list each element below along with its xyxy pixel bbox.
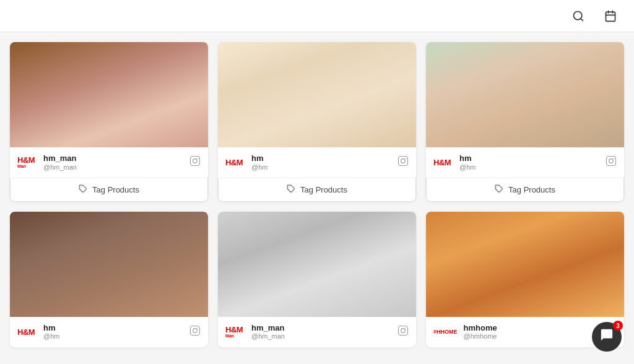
tag-icon bbox=[79, 184, 87, 195]
tag-products-label: Tag Products bbox=[92, 185, 139, 194]
tag-products-button[interactable]: Tag Products bbox=[218, 178, 416, 202]
svg-point-12 bbox=[405, 158, 406, 159]
svg-point-22 bbox=[401, 328, 406, 332]
calendar-button[interactable] bbox=[599, 5, 622, 27]
search-button[interactable] bbox=[567, 5, 589, 27]
hm-logo: H&M bbox=[17, 328, 37, 336]
hm-logo: #HHOME bbox=[433, 329, 458, 335]
instagram-icon bbox=[397, 155, 409, 170]
hm-logo: H&M Man bbox=[17, 156, 37, 168]
account-details: hm_man @hm_man bbox=[251, 323, 391, 341]
svg-rect-21 bbox=[399, 326, 408, 335]
post-card: H&M Man hm_man @hm_man bbox=[10, 42, 208, 202]
post-image bbox=[10, 42, 208, 147]
hm-logo: H&M Man bbox=[225, 326, 245, 338]
svg-point-11 bbox=[401, 159, 406, 163]
svg-point-7 bbox=[193, 159, 198, 163]
svg-point-15 bbox=[609, 159, 614, 163]
card-account-info: H&M hm @hm bbox=[426, 147, 624, 178]
instagram-icon bbox=[397, 325, 409, 339]
post-image bbox=[218, 212, 416, 317]
svg-rect-10 bbox=[399, 156, 408, 165]
hm-logo: H&M bbox=[225, 158, 245, 167]
tag-products-label: Tag Products bbox=[300, 185, 347, 194]
account-handle: @hm bbox=[251, 163, 391, 171]
instagram-icon bbox=[189, 325, 201, 339]
logo-sub: Man bbox=[225, 334, 245, 338]
tag-products-button[interactable]: Tag Products bbox=[426, 178, 624, 202]
instagram-icon bbox=[189, 155, 201, 170]
svg-rect-18 bbox=[191, 326, 200, 335]
account-handle: @hmhome bbox=[464, 332, 599, 340]
account-name: hm_man bbox=[251, 323, 391, 333]
account-name: hm bbox=[43, 323, 183, 333]
svg-point-20 bbox=[197, 327, 198, 329]
account-handle: @hm bbox=[459, 163, 599, 171]
account-handle: @hm_man bbox=[43, 163, 183, 171]
svg-point-16 bbox=[613, 158, 614, 159]
account-name: hmhome bbox=[464, 323, 599, 333]
app-header bbox=[0, 0, 634, 32]
svg-rect-14 bbox=[607, 156, 616, 165]
tag-icon bbox=[495, 184, 503, 195]
logo-sub: Man bbox=[17, 164, 37, 168]
svg-point-23 bbox=[405, 327, 406, 329]
chat-icon bbox=[600, 328, 614, 345]
card-account-info: H&M Man hm_man @hm_man bbox=[218, 317, 416, 347]
account-details: hm @hm bbox=[43, 323, 183, 341]
account-details: hm @hm bbox=[459, 154, 599, 171]
account-name: hm bbox=[459, 154, 599, 163]
post-card: #HHOME hmhome @hmhome bbox=[426, 212, 624, 347]
account-details: hm @hm bbox=[251, 154, 391, 171]
post-image bbox=[426, 42, 624, 147]
card-account-info: H&M hm @hm bbox=[218, 147, 416, 178]
tag-products-button[interactable]: Tag Products bbox=[10, 178, 208, 202]
account-name: hm_man bbox=[43, 154, 183, 163]
account-details: hmhome @hmhome bbox=[464, 323, 599, 341]
svg-point-19 bbox=[193, 328, 198, 332]
post-image bbox=[426, 212, 624, 317]
card-account-info: H&M Man hm_man @hm_man bbox=[10, 147, 208, 178]
post-card: H&M hm @hm Tag Products bbox=[218, 42, 416, 202]
chat-button[interactable]: 3 bbox=[592, 322, 622, 352]
account-details: hm_man @hm_man bbox=[43, 154, 183, 171]
photo-grid: H&M Man hm_man @hm_man bbox=[0, 32, 634, 357]
svg-line-1 bbox=[581, 18, 583, 20]
chat-badge: 3 bbox=[613, 321, 623, 331]
account-name: hm bbox=[251, 154, 391, 163]
post-card: H&M Man hm_man @hm_man bbox=[218, 212, 416, 347]
post-card: H&M hm @hm Tag Products bbox=[426, 42, 624, 202]
tag-icon bbox=[287, 184, 295, 195]
post-image bbox=[218, 42, 416, 147]
post-card: H&M hm @hm bbox=[10, 212, 208, 347]
svg-rect-2 bbox=[606, 12, 615, 21]
account-handle: @hm bbox=[43, 332, 183, 340]
hm-logo: H&M bbox=[433, 158, 453, 167]
instagram-icon bbox=[606, 155, 617, 170]
svg-rect-6 bbox=[191, 156, 200, 165]
post-image bbox=[10, 212, 208, 317]
tag-products-label: Tag Products bbox=[508, 185, 555, 194]
account-handle: @hm_man bbox=[251, 332, 391, 340]
card-account-info: H&M hm @hm bbox=[10, 317, 208, 347]
svg-point-8 bbox=[197, 158, 198, 159]
